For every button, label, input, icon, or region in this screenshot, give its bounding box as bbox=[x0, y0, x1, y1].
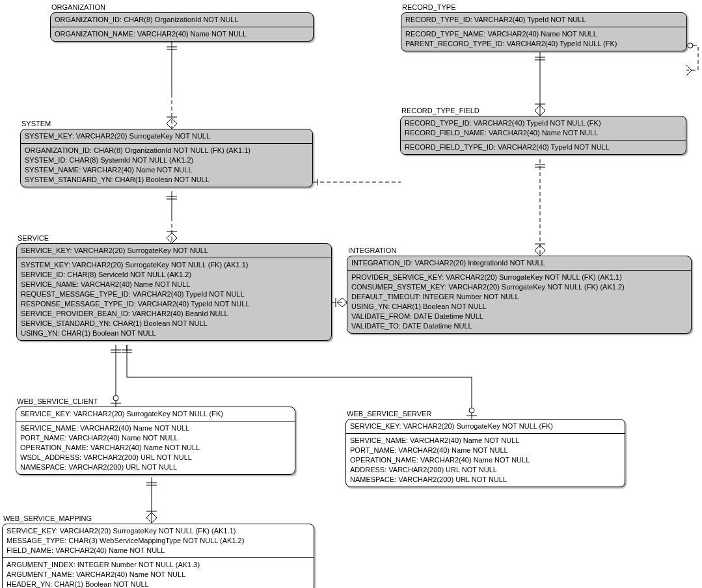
attr-field: ARGUMENT_INDEX: INTEGER Number NOT NULL … bbox=[7, 560, 310, 570]
entity-title: RECORD_TYPE bbox=[401, 2, 687, 12]
pk-field: SERVICE_KEY: VARCHAR2(20) SurrogateKey N… bbox=[21, 246, 327, 256]
pk-field: SERVICE_KEY: VARCHAR2(20) SurrogateKey N… bbox=[7, 526, 310, 536]
entity-body: SERVICE_KEY: VARCHAR2(20) SurrogateKey N… bbox=[345, 419, 625, 487]
attr-field: WSDL_ADDRESS: VARCHAR2(200) URL NOT NULL bbox=[20, 453, 291, 462]
attr-field: VALIDATE_TO: DATE Datetime NULL bbox=[351, 321, 687, 331]
entity-web-service-client: WEB_SERVICE_CLIENT SERVICE_KEY: VARCHAR2… bbox=[15, 395, 296, 475]
pk-field: RECORD_TYPE_ID: VARCHAR2(40) TypeId NOT … bbox=[405, 15, 682, 25]
entity-title: ORGANIZATION bbox=[50, 2, 314, 12]
entity-body: SERVICE_KEY: VARCHAR2(20) SurrogateKey N… bbox=[16, 243, 332, 341]
pk-field: RECORD_TYPE_ID: VARCHAR2(40) TypeId NOT … bbox=[405, 118, 682, 128]
attr-field: ORGANIZATION_NAME: VARCHAR2(40) Name NOT… bbox=[55, 29, 309, 39]
entity-body: ORGANIZATION_ID: CHAR(8) OrganizationId … bbox=[50, 12, 314, 42]
entity-title: INTEGRATION bbox=[347, 245, 692, 256]
entity-body: RECORD_TYPE_ID: VARCHAR2(40) TypeId NOT … bbox=[401, 12, 687, 51]
entity-system: SYSTEM SYSTEM_KEY: VARCHAR2(20) Surrogat… bbox=[20, 118, 314, 188]
attr-field: USING_YN: CHAR(1) Boolean NOT NULL bbox=[351, 302, 687, 312]
attr-field: USING_YN: CHAR(1) Boolean NOT NULL bbox=[21, 328, 327, 338]
attr-field: PORT_NAME: VARCHAR2(40) Name NOT NULL bbox=[350, 446, 621, 455]
attr-field: PARENT_RECORD_TYPE_ID: VARCHAR2(40) Type… bbox=[405, 39, 682, 49]
rel-recordtypefield-integration bbox=[533, 159, 560, 256]
attr-field: PROVIDER_SERVICE_KEY: VARCHAR2(20) Surro… bbox=[351, 273, 687, 282]
attr-field: RESPONSE_MESSAGE_TYPE_ID: VARCHAR2(40) T… bbox=[21, 299, 327, 309]
attr-field: SYSTEM_STANDARD_YN: CHAR(1) Boolean NOT … bbox=[25, 175, 308, 185]
entity-record-type-field: RECORD_TYPE_FIELD RECORD_TYPE_ID: VARCHA… bbox=[399, 105, 687, 155]
entity-integration: INTEGRATION INTEGRATION_ID: VARCHAR2(20)… bbox=[346, 245, 692, 334]
attr-field: ADDRESS: VARCHAR2(200) URL NOT NULL bbox=[350, 465, 621, 475]
entity-service: SERVICE SERVICE_KEY: VARCHAR2(20) Surrog… bbox=[16, 232, 332, 341]
attr-field: ARGUMENT_NAME: VARCHAR2(40) Name NOT NUL… bbox=[7, 570, 310, 580]
attr-field: PORT_NAME: VARCHAR2(40) Name NOT NULL bbox=[20, 433, 291, 443]
attr-field: RECORD_TYPE_NAME: VARCHAR2(40) Name NOT … bbox=[405, 29, 682, 39]
attr-field: SERVICE_STANDARD_YN: CHAR(1) Boolean NOT… bbox=[21, 319, 327, 328]
pk-field: FIELD_NAME: VARCHAR2(40) Name NOT NULL bbox=[7, 546, 310, 555]
attr-field: SERVICE_PROVIDER_BEAN_ID: VARCHAR2(40) B… bbox=[21, 309, 327, 319]
pk-field: INTEGRATION_ID: VARCHAR2(20) Integration… bbox=[351, 258, 687, 268]
attr-field: NAMESPACE: VARCHAR2(200) URL NOT NULL bbox=[20, 462, 291, 472]
attr-field: CONSUMER_SYSTEM_KEY: VARCHAR2(20) Surrog… bbox=[351, 282, 687, 292]
entity-title: SYSTEM bbox=[20, 118, 313, 129]
pk-field: SERVICE_KEY: VARCHAR2(20) SurrogateKey N… bbox=[350, 421, 621, 431]
entity-body: RECORD_TYPE_ID: VARCHAR2(40) TypeId NOT … bbox=[400, 116, 686, 155]
attr-field: OPERATION_NAME: VARCHAR2(40) Name NOT NU… bbox=[20, 443, 291, 453]
attr-field: NAMESPACE: VARCHAR2(200) URL NOT NULL bbox=[350, 475, 621, 485]
entity-body: INTEGRATION_ID: VARCHAR2(20) Integration… bbox=[347, 256, 692, 334]
attr-field: DEFAULT_TIMEOUT: INTEGER Number NOT NULL bbox=[351, 292, 687, 302]
attr-field: ORGANIZATION_ID: CHAR(8) OrganizationId … bbox=[25, 146, 308, 155]
entity-record-type: RECORD_TYPE RECORD_TYPE_ID: VARCHAR2(40)… bbox=[400, 1, 688, 52]
entity-title: WEB_SERVICE_SERVER bbox=[345, 408, 625, 419]
pk-field: ORGANIZATION_ID: CHAR(8) OrganizationId … bbox=[55, 15, 309, 25]
entity-title: RECORD_TYPE_FIELD bbox=[400, 105, 686, 116]
attr-field: SERVICE_NAME: VARCHAR2(40) Name NOT NULL bbox=[21, 280, 327, 289]
attr-field: REQUEST_MESSAGE_TYPE_ID: VARCHAR2(40) Ty… bbox=[21, 289, 327, 299]
attr-field: SERVICE_NAME: VARCHAR2(40) Name NOT NULL bbox=[350, 436, 621, 446]
attr-field: SYSTEM_ID: CHAR(8) SystemId NOT NULL (AK… bbox=[25, 155, 308, 165]
pk-field: SYSTEM_KEY: VARCHAR2(20) SurrogateKey NO… bbox=[25, 131, 308, 141]
pk-field: SERVICE_KEY: VARCHAR2(20) SurrogateKey N… bbox=[20, 409, 291, 419]
entity-title: WEB_SERVICE_CLIENT bbox=[16, 396, 295, 407]
entity-web-service-server: WEB_SERVICE_SERVER SERVICE_KEY: VARCHAR2… bbox=[345, 408, 626, 488]
entity-organization: ORGANIZATION ORGANIZATION_ID: CHAR(8) Or… bbox=[49, 1, 314, 42]
attr-field: SYSTEM_KEY: VARCHAR2(20) SurrogateKey NO… bbox=[21, 260, 327, 270]
svg-point-24 bbox=[688, 43, 693, 48]
entity-title: WEB_SERVICE_MAPPING bbox=[2, 513, 314, 524]
entity-title: SERVICE bbox=[16, 233, 332, 243]
entity-body: SYSTEM_KEY: VARCHAR2(20) SurrogateKey NO… bbox=[20, 129, 313, 187]
entity-body: SERVICE_KEY: VARCHAR2(20) SurrogateKey N… bbox=[16, 407, 295, 475]
attr-field: SYSTEM_NAME: VARCHAR2(40) Name NOT NULL bbox=[25, 165, 308, 175]
rel-service-integration bbox=[332, 293, 347, 312]
attr-field: OPERATION_NAME: VARCHAR2(40) Name NOT NU… bbox=[350, 455, 621, 465]
rel-system-recordtypefield bbox=[314, 179, 401, 185]
pk-field: RECORD_FIELD_NAME: VARCHAR2(40) Name NOT… bbox=[405, 128, 682, 138]
attr-field: VALIDATE_FROM: DATE Datetime NULL bbox=[351, 312, 687, 321]
pk-field: MESSAGE_TYPE: CHAR(3) WebServiceMappingT… bbox=[7, 536, 310, 546]
rel-recordtype-self bbox=[686, 20, 702, 72]
entity-body: SERVICE_KEY: VARCHAR2(20) SurrogateKey N… bbox=[2, 524, 314, 588]
attr-field: RECORD_FIELD_TYPE_ID: VARCHAR2(40) TypeI… bbox=[405, 142, 682, 152]
attr-field: SERVICE_NAME: VARCHAR2(40) Name NOT NULL bbox=[20, 423, 291, 433]
entity-web-service-mapping: WEB_SERVICE_MAPPING SERVICE_KEY: VARCHAR… bbox=[1, 513, 315, 588]
attr-field: HEADER_YN: CHAR(1) Boolean NOT NULL bbox=[7, 580, 310, 588]
rel-organization-system bbox=[165, 42, 191, 129]
attr-field: SERVICE_ID: CHAR(8) ServiceId NOT NULL (… bbox=[21, 270, 327, 280]
